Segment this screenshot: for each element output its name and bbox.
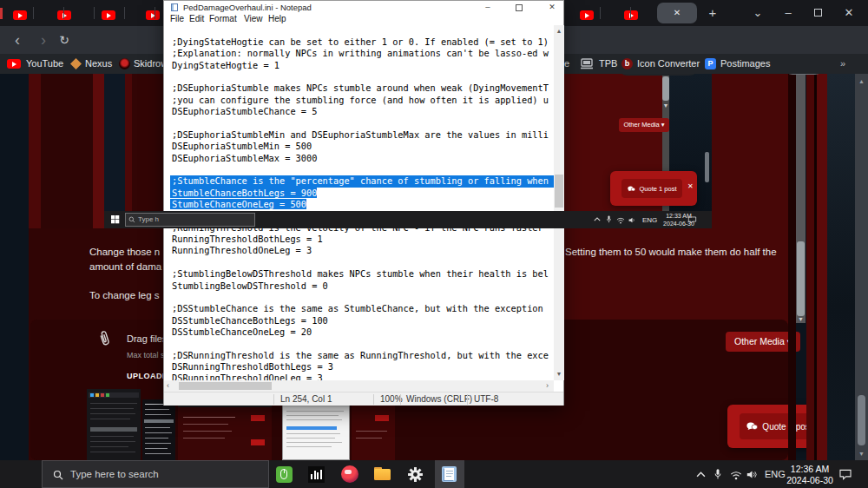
status-encoding: UTF-8 <box>474 394 498 404</box>
skidrow-icon <box>119 58 130 69</box>
notepad-line: DSEuphoriaStumbleChance = 5 <box>172 106 554 117</box>
embedded-lang-label: ENG <box>642 216 657 224</box>
notepad-hscroll-thumb[interactable] <box>179 382 272 390</box>
tray-notification-icon[interactable] <box>838 469 852 480</box>
pinned-tab-youtube[interactable] <box>57 10 71 20</box>
embedded-quote-button[interactable]: Quote 1 post <box>621 179 682 198</box>
menu-view[interactable]: View <box>244 14 263 23</box>
more-bookmarks-icon[interactable]: » <box>840 54 845 74</box>
active-tab[interactable]: ✕ <box>657 3 697 23</box>
taskbar-app-mouse[interactable] <box>276 466 293 483</box>
browser-scroll-up-icon[interactable]: ▲ <box>855 78 868 84</box>
tab-close-icon[interactable]: ✕ <box>674 8 681 17</box>
window-maximize-button[interactable] <box>814 9 822 16</box>
notepad-maximize-button[interactable] <box>516 4 523 11</box>
pinned-tab-youtube[interactable] <box>13 10 27 20</box>
status-line-endings: Windows (CRLF) <box>406 394 472 404</box>
notepad-line: StumbleChanceOneLeg = 500 <box>172 199 554 210</box>
reload-button[interactable]: ↻ <box>54 30 75 50</box>
tab-separator <box>94 7 95 19</box>
notepad-hscrollbar[interactable]: ‹ › <box>164 380 554 392</box>
bookmark-fragment[interactable]: e <box>564 54 569 74</box>
taskbar-app-brave[interactable] <box>341 465 358 483</box>
notepad-statusbar: Ln 254, Col 1 100% Windows (CRLF) UTF-8 <box>164 392 563 406</box>
tab-edge-sliver <box>0 8 3 19</box>
notepad-line: DSRunningThresholdOneLeg = 3 <box>172 373 554 380</box>
notepad-scroll-right-icon[interactable]: › <box>546 380 549 392</box>
embedded-other-media-label: Other Media <box>623 121 659 129</box>
notepad-line <box>172 118 554 129</box>
taskbar-app-notepad-active[interactable] <box>435 460 464 488</box>
menu-edit[interactable]: Edit <box>189 14 204 23</box>
pinned-tabs-left <box>6 0 89 26</box>
embedded-scroll-down-icon[interactable]: ▼ <box>662 102 669 109</box>
window-minimize-button[interactable]: – <box>779 3 798 23</box>
tab-search-chevron-icon[interactable]: ⌄ <box>748 3 767 23</box>
new-tab-button[interactable]: + <box>703 3 722 23</box>
tab-separator <box>63 7 64 19</box>
embedded-search-placeholder: Type h <box>138 215 159 223</box>
upload-thumbnail-filelist[interactable] <box>142 399 175 460</box>
notepad-close-button[interactable]: ✕ <box>546 3 558 11</box>
bookmark-youtube[interactable]: YouTube <box>26 54 63 74</box>
notepad-titlebar[interactable]: PedDamageOverhaul.ini - Notepad – ✕ <box>164 1 563 14</box>
page-inner-scroll-down-icon[interactable]: ▼ <box>796 316 806 323</box>
menu-file[interactable]: File <box>170 14 184 23</box>
menu-format[interactable]: Format <box>209 14 237 23</box>
forum-right-stripe2 <box>817 74 827 460</box>
upload-thumbnail-forum[interactable] <box>178 401 272 460</box>
notepad-text-area[interactable]: ;DyingStateHogtie can be set to either 1… <box>164 25 554 380</box>
tray-clock[interactable]: 12:36 AM 2024-06-30 <box>786 464 834 485</box>
taskbar-app-settings-gear-icon[interactable] <box>407 466 424 483</box>
upload-thumbnail-forum2[interactable] <box>352 401 395 460</box>
bookmark-tpb[interactable]: TPB <box>599 54 617 74</box>
notepad-minimize-button[interactable]: – <box>482 2 494 11</box>
pinned-tab-youtube[interactable] <box>624 10 638 20</box>
tray-wifi-icon[interactable] <box>730 471 742 480</box>
tray-microphone-icon[interactable] <box>713 468 722 480</box>
youtube-icon <box>7 59 21 69</box>
embedded-scrollbar-thumb[interactable] <box>662 76 669 101</box>
embedded-other-media-button[interactable]: Other Media ▾ <box>619 118 669 132</box>
quote-button-label: Quote 1 post <box>762 422 812 432</box>
tray-date: 2024-06-30 <box>786 475 834 486</box>
tray-chevron-up-icon[interactable] <box>696 472 706 478</box>
upload-thumbnail-notepad[interactable] <box>282 401 350 460</box>
taskbar-search-placeholder: Type here to search <box>70 469 159 479</box>
notepad-line <box>172 164 554 175</box>
postimages-icon: P <box>705 58 716 69</box>
notepad-scroll-down-icon[interactable]: ▼ <box>554 371 564 377</box>
icon-converter-icon: b <box>621 58 633 69</box>
post-text-line2: amount of dama <box>89 261 161 272</box>
tray-language-label[interactable]: ENG <box>765 469 786 479</box>
tray-speaker-icon[interactable] <box>746 470 758 479</box>
taskbar-app-equalizer[interactable] <box>308 466 325 483</box>
notepad-line: ;Explanation: normally NPCs in writhing … <box>172 48 554 59</box>
browser-scrollbar-thumb[interactable] <box>858 395 865 445</box>
pinned-tab-youtube[interactable] <box>102 10 115 20</box>
taskbar-search-box[interactable]: Type here to search <box>42 460 269 488</box>
page-inner-scrollbar-thumb[interactable] <box>797 241 805 316</box>
upload-thumbnail-explorer[interactable] <box>87 389 141 460</box>
embedded-quote-close-icon[interactable]: ✕ <box>687 182 694 190</box>
notepad-vscrollbar[interactable]: ▲ ▼ <box>554 25 564 380</box>
taskbar-app-explorer[interactable] <box>374 467 391 481</box>
pinned-tab-youtube[interactable] <box>580 10 594 20</box>
pinned-tab-youtube[interactable] <box>146 10 160 20</box>
window-close-button[interactable]: ✕ <box>839 3 858 23</box>
notepad-line: RunningThresholdBothLegs = 1 <box>172 234 554 245</box>
embedded-inner-scroll-thumb[interactable] <box>705 152 709 182</box>
notepad-line: RunningThresholdOneLeg = 3 <box>172 245 554 256</box>
notepad-scroll-up-icon[interactable]: ▲ <box>554 25 564 36</box>
notepad-vscroll-thumb[interactable] <box>555 175 563 208</box>
bookmark-icon-converter[interactable]: Icon Converter <box>637 54 700 74</box>
notepad-line: ;StumbleChance is the "percentage" chanc… <box>170 175 554 187</box>
start-button[interactable] <box>15 468 28 481</box>
browser-scroll-down-icon[interactable]: ▼ <box>855 451 868 457</box>
forward-button[interactable]: › <box>33 30 54 50</box>
bookmark-nexus[interactable]: Nexus <box>85 54 112 74</box>
menu-help[interactable]: Help <box>268 14 286 23</box>
bookmark-postimages[interactable]: Postimages <box>720 54 770 74</box>
notepad-scroll-left-icon[interactable]: ‹ <box>167 380 169 392</box>
back-button[interactable]: ‹ <box>7 30 28 50</box>
